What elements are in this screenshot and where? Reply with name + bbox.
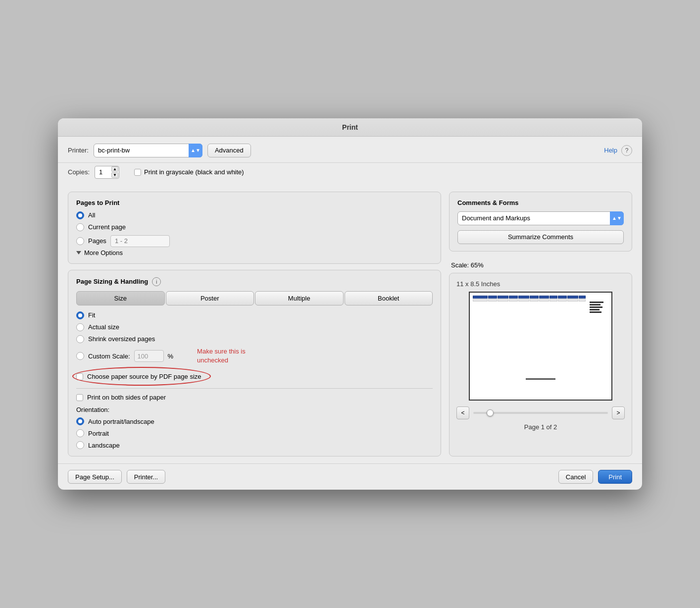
tab-size[interactable]: Size	[76, 291, 165, 305]
pages-range-item: Pages	[76, 235, 433, 247]
custom-scale-input[interactable]	[134, 350, 164, 362]
auto-orientation-radio[interactable]	[76, 417, 84, 425]
grayscale-checkbox[interactable]	[134, 169, 141, 176]
auto-orientation-item: Auto portrait/landscape	[76, 417, 433, 425]
actual-size-item: Actual size	[76, 323, 433, 331]
pages-range-radio[interactable]	[76, 237, 84, 245]
preview-cell	[550, 296, 557, 299]
summarize-comments-button[interactable]: Summarize Comments	[457, 230, 624, 244]
pages-range-label: Pages	[88, 237, 106, 245]
preview-cell	[498, 296, 508, 299]
grayscale-option: Print in grayscale (black and white)	[134, 168, 244, 176]
current-page-radio[interactable]	[76, 223, 84, 231]
preview-cell	[558, 299, 567, 302]
dialog-title-bar: Print	[58, 118, 642, 137]
preview-cell	[473, 296, 488, 299]
page-sizing-info-icon[interactable]: i	[152, 277, 161, 286]
custom-scale-item: Custom Scale: % Make sure this isuncheck…	[76, 347, 433, 365]
divider-1	[76, 388, 433, 389]
fit-radio[interactable]	[76, 311, 84, 319]
grayscale-label: Print in grayscale (black and white)	[144, 168, 244, 176]
preview-text-line	[590, 302, 603, 303]
help-circle-icon[interactable]: ?	[621, 145, 632, 156]
preview-cell	[579, 296, 586, 299]
pages-to-print-section: Pages to Print All Current page Pages	[68, 192, 441, 264]
printer-select[interactable]: bc-print-bw	[94, 144, 202, 157]
help-link[interactable]: Help	[604, 147, 617, 154]
shrink-label: Shrink oversized pages	[88, 335, 155, 343]
both-sides-checkbox[interactable]	[76, 394, 83, 401]
page-indicator: Page 1 of 2	[524, 423, 557, 431]
copies-down-button[interactable]: ▼	[111, 172, 118, 178]
landscape-radio[interactable]	[76, 441, 84, 449]
preview-cell	[567, 296, 578, 299]
preview-cell	[550, 299, 557, 302]
preview-table-header	[473, 296, 608, 299]
sizing-tabs: Size Poster Multiple Booklet	[76, 291, 433, 305]
print-button[interactable]: Print	[598, 470, 632, 484]
current-page-item: Current page	[76, 223, 433, 231]
preview-center-line	[526, 378, 555, 380]
page-slider-track[interactable]	[473, 412, 608, 414]
preview-text-line	[590, 306, 602, 308]
comments-forms-section: Comments & Forms Document and Markups Do…	[449, 192, 632, 252]
preview-data-row-1	[473, 299, 608, 302]
copies-up-button[interactable]: ▲	[111, 166, 118, 172]
next-page-button[interactable]: >	[612, 406, 625, 419]
actual-size-radio[interactable]	[76, 323, 84, 331]
custom-scale-radio[interactable]	[76, 352, 84, 360]
page-slider-row: < >	[456, 406, 625, 419]
shrink-item: Shrink oversized pages	[76, 335, 433, 343]
paper-source-label: Choose paper source by PDF page size	[87, 373, 201, 380]
custom-scale-unit: %	[168, 353, 174, 360]
landscape-label: Landscape	[88, 442, 120, 449]
preview-frame	[469, 292, 612, 401]
portrait-item: Portrait	[76, 429, 433, 437]
prev-page-button[interactable]: <	[456, 406, 469, 419]
page-setup-button[interactable]: Page Setup...	[68, 470, 122, 484]
cancel-button[interactable]: Cancel	[558, 470, 593, 484]
main-content: Pages to Print All Current page Pages	[58, 185, 642, 463]
more-options-label[interactable]: More Options	[84, 249, 123, 256]
sizing-radio-group: Fit Actual size Shrink oversized pages C…	[76, 311, 433, 365]
all-pages-item: All	[76, 211, 433, 219]
orientation-section: Orientation: Auto portrait/landscape Por…	[76, 406, 433, 449]
preview-cell	[539, 299, 549, 302]
advanced-button[interactable]: Advanced	[207, 144, 251, 157]
bottom-left-buttons: Page Setup... Printer...	[68, 470, 165, 484]
copies-stepper: ▲ ▼	[111, 166, 118, 178]
tab-poster[interactable]: Poster	[166, 291, 254, 305]
preview-text-line	[590, 311, 601, 313]
page-slider-thumb[interactable]	[487, 409, 494, 416]
all-pages-radio[interactable]	[76, 211, 84, 219]
tab-booklet[interactable]: Booklet	[345, 291, 433, 305]
auto-orientation-label: Auto portrait/landscape	[88, 418, 154, 425]
scale-value: 65%	[471, 261, 484, 269]
scale-label: Scale:	[451, 261, 471, 269]
paper-source-checkbox[interactable]	[76, 373, 83, 380]
pages-range-input[interactable]	[110, 235, 170, 247]
portrait-radio[interactable]	[76, 429, 84, 437]
preview-area: 11 x 8.5 Inches	[449, 273, 632, 456]
print-dialog: Print Printer: bc-print-bw ▲▼ Advanced H…	[58, 118, 642, 490]
preview-text-line	[590, 304, 600, 305]
printer-row: Printer: bc-print-bw ▲▼ Advanced	[68, 144, 598, 157]
preview-cell	[488, 299, 497, 302]
comments-forms-title: Comments & Forms	[457, 199, 624, 206]
help-area: Help ?	[604, 145, 632, 156]
copies-input-wrap: ▲ ▼	[95, 166, 119, 179]
dialog-title: Print	[342, 123, 358, 131]
shrink-radio[interactable]	[76, 335, 84, 343]
bottom-bar: Page Setup... Printer... Cancel Print	[58, 463, 642, 490]
tab-multiple[interactable]: Multiple	[255, 291, 344, 305]
portrait-label: Portrait	[88, 430, 109, 437]
comments-select[interactable]: Document and Markups Document Form Field…	[457, 211, 624, 225]
left-panel: Pages to Print All Current page Pages	[68, 192, 441, 456]
preview-cell	[567, 299, 578, 302]
top-bar: Printer: bc-print-bw ▲▼ Advanced Help ?	[58, 137, 642, 163]
preview-cell	[509, 299, 518, 302]
more-options-triangle-icon[interactable]	[76, 251, 81, 254]
paper-source-row: Choose paper source by PDF page size	[76, 370, 433, 383]
preview-cell	[473, 299, 488, 302]
printer-button[interactable]: Printer...	[127, 470, 165, 484]
